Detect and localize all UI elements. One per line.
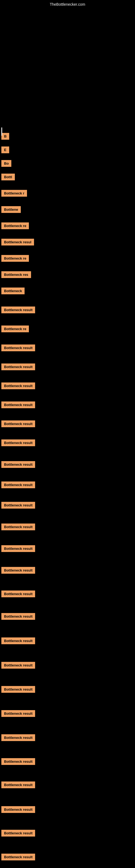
bottleneck-label: B [1, 133, 9, 140]
result-row: Bottleneck result [0, 421, 135, 428]
site-title: TheBottlenecker.com [50, 2, 85, 6]
result-row: Bottleneck result [0, 830, 135, 838]
result-row: Bottleneck r [0, 190, 135, 198]
bottleneck-label: E [1, 147, 9, 153]
result-row: Bottleneck result [0, 854, 135, 862]
bottleneck-label: Bottleneck result [1, 439, 35, 446]
bottleneck-label: Bottleneck result [1, 638, 35, 644]
result-row: Bottleneck result [0, 567, 135, 575]
result-row: Bottleneck result [0, 344, 135, 352]
result-row: Bottleneck result [0, 524, 135, 531]
result-row: Bottleneck result [0, 686, 135, 694]
bottleneck-label: Bottleneck result [1, 307, 35, 313]
result-row: Bottleneck result [0, 364, 135, 371]
bottleneck-label: Bottl [1, 174, 15, 180]
result-row: Bottleneck result [0, 662, 135, 670]
bottleneck-label: Bottleneck result [1, 758, 35, 765]
bottleneck-label: Bottleneck result [1, 401, 35, 408]
bottleneck-label: Bottleneck result [1, 806, 35, 813]
bottleneck-label: Bottleneck result [1, 781, 35, 788]
result-row: Bottleneck result [0, 307, 135, 314]
result-row: Bottleneck res [0, 271, 135, 279]
result-row: Bottleneck result [0, 439, 135, 447]
result-row: Bottleneck re [0, 326, 135, 333]
bottleneck-label: Bottleneck result [1, 461, 35, 468]
bottleneck-label: Bottleneck r [1, 190, 27, 197]
bottleneck-label: Bottleneck result [1, 662, 35, 669]
bottleneck-label: Bottleneck result [1, 710, 35, 717]
bottleneck-label: Bottleneck result [1, 613, 35, 620]
result-row: Bottlene [0, 206, 135, 214]
bottleneck-label: Bottleneck result [1, 854, 35, 860]
result-row: Bottleneck result [0, 502, 135, 510]
bottleneck-label: Bottleneck result [1, 421, 35, 427]
bottleneck-label: Bottleneck result [1, 502, 35, 508]
bottleneck-label: Bottleneck result [1, 545, 35, 552]
result-row: Bottleneck result [0, 806, 135, 814]
bottleneck-label: Bottleneck result [1, 567, 35, 574]
bottleneck-label: Bottleneck result [1, 482, 35, 488]
result-row: Bottleneck result [0, 710, 135, 718]
bottleneck-label: Bottleneck result [1, 344, 35, 351]
result-row: Bottleneck re [0, 222, 135, 230]
result-row: Bottleneck result [0, 382, 135, 390]
result-row: Bottleneck result [0, 401, 135, 409]
result-row: Bottleneck result [0, 638, 135, 645]
bottleneck-label: Bottleneck res [1, 271, 31, 278]
bottleneck-label: Bottleneck result [1, 382, 35, 389]
result-row: Bottleneck result [0, 613, 135, 621]
bottleneck-label: Bottleneck result [1, 686, 35, 693]
result-row: Bottleneck result [0, 734, 135, 742]
bottleneck-label: Bottleneck re [1, 222, 29, 229]
result-row: Bottleneck resul [0, 239, 135, 247]
bottleneck-label: Bottleneck re [1, 326, 29, 332]
cursor-bar [1, 127, 2, 135]
result-row: B [0, 133, 135, 141]
bottleneck-label: Bottleneck result [1, 830, 35, 837]
bottleneck-label: Bottleneck result [1, 524, 35, 530]
result-row: Bottleneck [0, 287, 135, 296]
bottleneck-label: Bottleneck resul [1, 239, 34, 246]
result-row: Bo [0, 160, 135, 168]
bottleneck-label: Bottleneck result [1, 364, 35, 370]
result-row: Bottleneck result [0, 461, 135, 469]
result-row: Bottleneck result [0, 545, 135, 553]
bottleneck-label: Bo [1, 160, 11, 167]
result-row: E [0, 147, 135, 154]
bottleneck-label: Bottleneck result [1, 590, 35, 597]
result-row: Bottleneck re [0, 255, 135, 263]
result-row: Bottleneck result [0, 781, 135, 789]
result-row: Bottleneck result [0, 758, 135, 766]
bottleneck-label: Bottleneck [1, 287, 25, 294]
result-row: Bottleneck result [0, 590, 135, 598]
bottleneck-label: Bottleneck result [1, 734, 35, 741]
bottleneck-label: Bottleneck re [1, 255, 29, 262]
bottleneck-label: Bottlene [1, 206, 21, 213]
result-row: Bottl [0, 174, 135, 182]
result-row: Bottleneck result [0, 482, 135, 489]
